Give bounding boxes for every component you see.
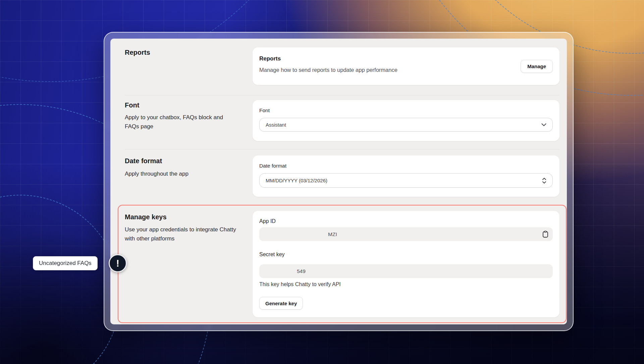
chevron-down-icon — [541, 123, 546, 126]
exclamation-icon: ! — [116, 258, 119, 269]
font-field-label: Font — [259, 107, 553, 113]
app-id-field[interactable]: MZI — [259, 227, 553, 241]
secret-key-value: 549 — [259, 268, 306, 274]
chevron-up-down-icon — [542, 178, 546, 184]
reports-card: Reports Manage how to send reports to up… — [253, 47, 559, 85]
date-format-select-value: MM/DD/YYYY (03/12/2026) — [266, 178, 327, 183]
app-id-label: App ID — [259, 218, 276, 224]
section-divider — [125, 149, 559, 149]
reports-card-title: Reports — [259, 55, 553, 62]
font-card: Font Assistant — [253, 100, 559, 141]
font-select-value: Assistant — [266, 122, 286, 128]
manage-keys-section-description: Use your app credentials to integrate Ch… — [125, 225, 239, 243]
manage-keys-card: App ID MZI Secret key 549 This key help — [253, 211, 559, 317]
section-heading-manage-keys: Manage keys — [125, 213, 167, 221]
generate-key-button[interactable]: Generate key — [259, 297, 303, 310]
section-heading-date-format: Date format — [125, 157, 162, 165]
date-format-card: Date format MM/DD/YYYY (03/12/2026) — [253, 155, 559, 197]
font-section-description: Apply to your chatbox, FAQs block and FA… — [125, 113, 239, 131]
date-format-section-description: Apply throughout the app — [125, 169, 239, 178]
reports-card-description: Manage how to send reports to update app… — [259, 67, 553, 73]
manage-button[interactable]: Manage — [521, 60, 553, 73]
alert-exclamation-badge[interactable]: ! — [109, 254, 127, 272]
secret-key-label: Secret key — [259, 252, 285, 258]
secret-key-helper-text: This key helps Chatty to verify API — [259, 281, 341, 287]
font-select[interactable]: Assistant — [259, 118, 553, 132]
date-format-field-label: Date format — [259, 163, 553, 169]
section-heading-reports: Reports — [125, 49, 150, 56]
app-id-value: MZI — [259, 231, 337, 237]
copy-clipboard-icon[interactable] — [542, 231, 553, 238]
uncategorized-faqs-tooltip: Uncategorized FAQs — [33, 256, 98, 270]
section-heading-font: Font — [125, 101, 139, 109]
settings-window: Reports Reports Manage how to send repor… — [104, 32, 574, 331]
settings-panel: Reports Reports Manage how to send repor… — [110, 39, 567, 324]
date-format-select[interactable]: MM/DD/YYYY (03/12/2026) — [259, 173, 553, 188]
secret-key-field[interactable]: 549 — [259, 264, 553, 278]
section-divider — [125, 95, 559, 95]
decor-dashed-circle — [0, 195, 121, 364]
